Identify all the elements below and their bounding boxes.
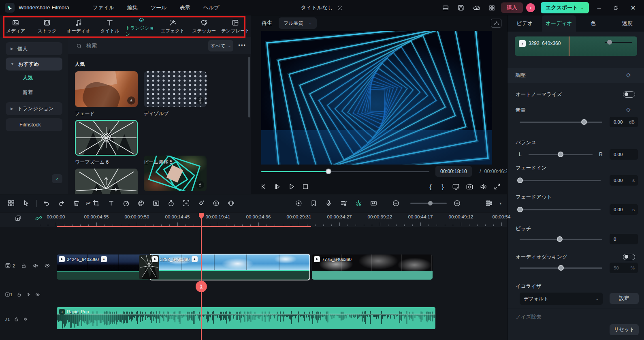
- tab-audio[interactable]: オーディオ: [542, 15, 576, 32]
- text-tool-icon[interactable]: [106, 198, 117, 209]
- purchase-button[interactable]: 購入: [501, 2, 523, 13]
- zoom-knob[interactable]: [428, 201, 433, 205]
- pitch-value[interactable]: 0: [610, 234, 638, 244]
- download-icon[interactable]: [196, 96, 204, 105]
- previous-frame-button[interactable]: [257, 180, 271, 192]
- stop-button[interactable]: [298, 180, 312, 192]
- zoom-out-icon[interactable]: [390, 198, 401, 209]
- clip-3292-selected[interactable]: 3292_640x360 ✦: [149, 254, 310, 280]
- duration-timer-icon[interactable]: [166, 198, 177, 209]
- keyframe-diamond-icon[interactable]: ◇: [626, 106, 631, 113]
- next-frame-button[interactable]: [271, 180, 284, 192]
- clip-34245[interactable]: 34245_640x360 ✦: [57, 254, 150, 280]
- restore-button[interactable]: [609, 2, 623, 14]
- equalizer-dropdown[interactable]: デフォルト⌄: [520, 293, 603, 305]
- apps-grid-icon[interactable]: [486, 2, 498, 13]
- scopes-icon[interactable]: [491, 19, 501, 28]
- tab-effects[interactable]: エフェクト: [157, 15, 189, 37]
- color-palette-icon[interactable]: [136, 198, 147, 209]
- export-button[interactable]: エクスポート⌄: [541, 2, 589, 13]
- sidebar-collapse-button[interactable]: ‹: [52, 174, 62, 183]
- pitch-slider[interactable]: [520, 239, 602, 240]
- quality-dropdown[interactable]: フル品質 ⌄: [279, 17, 317, 29]
- menu-view[interactable]: 表示: [175, 2, 195, 13]
- chevron-down-icon[interactable]: ▾: [499, 201, 501, 205]
- speaker-icon[interactable]: [23, 316, 28, 322]
- auto-normalize-toggle[interactable]: [623, 91, 635, 98]
- crop-icon[interactable]: [91, 198, 102, 209]
- balance-knob[interactable]: [558, 152, 563, 157]
- timeline-playhead[interactable]: ✂: [201, 213, 202, 340]
- marker-icon[interactable]: [308, 198, 319, 209]
- tab-templates[interactable]: テンプレート: [220, 15, 252, 37]
- tab-transitions[interactable]: トランジション: [126, 15, 157, 37]
- split-scissors-icon[interactable]: ✂: [86, 200, 91, 207]
- clip-7775[interactable]: 7775_640x360: [312, 254, 433, 280]
- menu-edit[interactable]: 編集: [122, 2, 143, 13]
- playhead-scissors-button[interactable]: ✂: [196, 281, 207, 292]
- eye-icon[interactable]: [44, 263, 50, 269]
- download-icon[interactable]: [196, 181, 204, 189]
- balance-slider[interactable]: [529, 154, 593, 155]
- tab-stickers[interactable]: ステッカー: [188, 15, 220, 37]
- save-icon[interactable]: [455, 2, 467, 13]
- auto-ripple-icon[interactable]: [368, 198, 379, 209]
- display-output-button[interactable]: [449, 180, 463, 192]
- fade-in-value[interactable]: 0.00s: [610, 175, 638, 186]
- equalizer-settings-button[interactable]: 設定: [610, 293, 639, 304]
- volume-slider[interactable]: [520, 122, 602, 123]
- tab-media[interactable]: メディア: [0, 15, 32, 37]
- tab-audio[interactable]: オーディオ: [63, 15, 94, 37]
- mark-in-button[interactable]: {: [424, 183, 437, 190]
- snapshot-camera-button[interactable]: [463, 180, 476, 192]
- fade-in-knob[interactable]: [517, 177, 523, 183]
- tab-color[interactable]: 色: [576, 15, 610, 32]
- video-viewport[interactable]: [261, 31, 492, 165]
- select-pointer-icon[interactable]: [21, 198, 31, 209]
- sidebar-item-new[interactable]: 新着: [23, 89, 33, 96]
- balance-value[interactable]: 0.00: [610, 149, 638, 160]
- user-avatar[interactable]: x: [526, 3, 535, 12]
- track-manager-icon[interactable]: [484, 198, 494, 209]
- transition-thumb-warpzoom6[interactable]: [75, 120, 138, 156]
- workspace-layout-icon[interactable]: [439, 2, 452, 13]
- quick-split-mode-icon[interactable]: [353, 198, 364, 209]
- cloud-upload-icon[interactable]: [470, 2, 482, 13]
- speed-icon[interactable]: [121, 198, 132, 209]
- audio-clip-rapid-pup[interactable]: ♪ Rapid_Pup: [57, 307, 435, 329]
- redo-icon[interactable]: [56, 198, 66, 209]
- ai-portrait-icon[interactable]: [151, 198, 162, 209]
- minimize-button[interactable]: ─: [592, 2, 606, 14]
- mark-out-button[interactable]: }: [437, 183, 449, 190]
- ducking-knob[interactable]: [558, 265, 564, 271]
- seek-knob[interactable]: [326, 169, 331, 174]
- selected-clip-chip[interactable]: ♪ 3292_640x360: [515, 36, 637, 56]
- timeline-zoom-slider[interactable]: [410, 203, 447, 204]
- lock-icon[interactable]: [14, 316, 19, 322]
- play-button[interactable]: [284, 180, 298, 192]
- sidebar-item-recommended[interactable]: ▼ おすすめ: [6, 58, 62, 71]
- undo-icon[interactable]: [41, 198, 51, 209]
- menu-tools[interactable]: ツール: [146, 2, 172, 13]
- timeline-ruler[interactable]: 00:00:0000:00:04:5500:00:09:5000:00:14:4…: [0, 213, 507, 227]
- eye-icon[interactable]: [35, 292, 41, 297]
- tab-video[interactable]: ビデオ: [508, 15, 542, 32]
- sidebar-item-filmstock[interactable]: Filmstock: [6, 118, 62, 131]
- fade-out-knob[interactable]: [517, 207, 523, 212]
- transition-thumb-partial-left[interactable]: [75, 169, 138, 194]
- menu-file[interactable]: ファイル: [88, 2, 119, 13]
- download-icon[interactable]: [127, 96, 135, 105]
- media-scrollbar[interactable]: [248, 57, 250, 118]
- fade-out-value[interactable]: 0.00s: [610, 204, 638, 215]
- fullscreen-button[interactable]: [490, 180, 504, 192]
- lock-icon[interactable]: [17, 292, 22, 297]
- zoom-in-icon[interactable]: [452, 198, 462, 209]
- voiceover-mic-icon[interactable]: [323, 198, 334, 209]
- motion-tracking-icon[interactable]: [181, 198, 192, 209]
- tab-stock[interactable]: ストック: [32, 15, 63, 37]
- keyframe-diamond-icon[interactable]: [196, 198, 207, 209]
- volume-value[interactable]: 0.00dB: [610, 117, 638, 127]
- stabilization-icon[interactable]: [226, 198, 237, 209]
- clip-volume-knob[interactable]: [607, 40, 612, 45]
- tab-titles[interactable]: タイトル: [94, 15, 126, 37]
